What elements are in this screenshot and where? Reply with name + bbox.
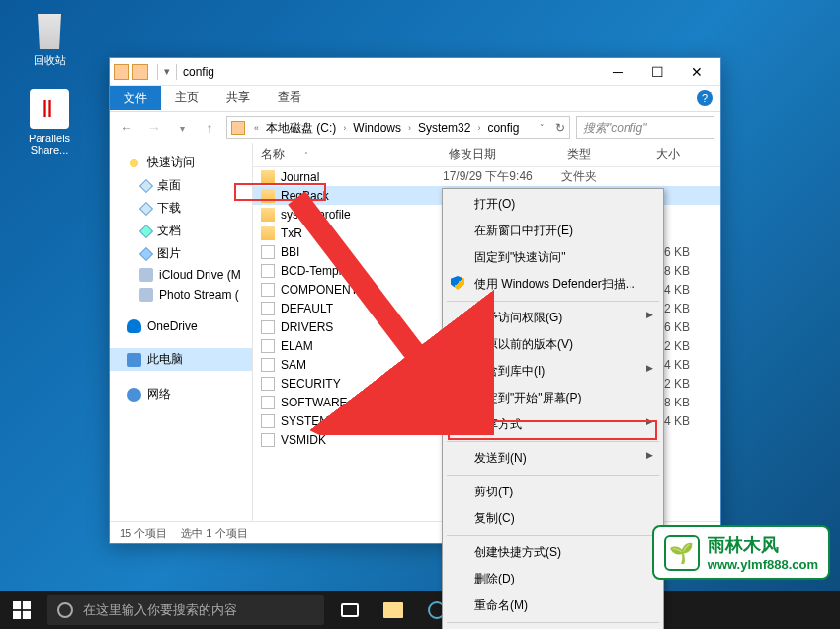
separator	[447, 535, 659, 536]
col-name[interactable]: 名称	[261, 147, 285, 161]
breadcrumb[interactable]: config	[485, 121, 521, 135]
separator	[447, 441, 659, 442]
address-bar[interactable]: « 本地磁盘 (C:) › Windows › System32 › confi…	[226, 116, 570, 139]
cm-library[interactable]: 包含到库中(I)	[445, 358, 661, 385]
cortana-icon	[57, 602, 73, 618]
sidebar-documents[interactable]: 文档	[110, 220, 252, 242]
sidebar-desktop[interactable]: 桌面	[110, 174, 252, 197]
file-row[interactable]: Journal 17/9/29 下午9:46 文件夹	[253, 167, 720, 186]
titlebar[interactable]: ▾ config ─ ☐ ✕	[110, 58, 720, 86]
separator	[447, 475, 659, 476]
sidebar-network[interactable]: 网络	[110, 383, 252, 405]
cm-shortcut[interactable]: 创建快捷方式(S)	[445, 539, 661, 566]
file-icon	[261, 377, 275, 391]
file-name: COMPONENTS	[281, 283, 443, 297]
breadcrumb[interactable]: 本地磁盘 (C:)	[264, 120, 338, 136]
cm-cut[interactable]: 剪切(T)	[445, 479, 661, 505]
file-name: Journal	[281, 170, 443, 184]
chevron-down-icon[interactable]: ˅	[537, 123, 547, 133]
search-input[interactable]: 搜索"config"	[576, 116, 714, 139]
tab-view[interactable]: 查看	[264, 85, 315, 110]
chevron-icon: ›	[340, 123, 349, 133]
maximize-button[interactable]: ☐	[637, 58, 677, 86]
navigation-pane: 快速访问 桌面 下载 文档 图片 iCloud Drive (M Photo S…	[110, 143, 253, 521]
task-view-button[interactable]	[328, 591, 372, 629]
cortana-search[interactable]: 在这里输入你要搜索的内容	[47, 595, 324, 625]
tab-file[interactable]: 文件	[110, 86, 161, 110]
breadcrumb[interactable]: System32	[416, 121, 472, 135]
sidebar-thispc[interactable]: 此电脑	[110, 348, 252, 371]
folder-icon	[261, 170, 275, 184]
cm-pin-quick[interactable]: 固定到"快速访问"	[445, 244, 661, 271]
item-count: 15 个项目	[120, 526, 167, 541]
picture-icon	[139, 246, 153, 260]
separator	[447, 301, 659, 302]
up-button[interactable]: ↑	[199, 117, 220, 138]
taskbar-explorer[interactable]	[372, 591, 415, 629]
svg-rect-4	[13, 611, 21, 619]
quick-access[interactable]: 快速访问	[110, 151, 252, 174]
file-name: DEFAULT	[281, 302, 443, 315]
sidebar-pictures[interactable]: 图片	[110, 242, 252, 265]
tab-share[interactable]: 共享	[212, 85, 264, 110]
file-name: VSMIDK	[281, 433, 443, 447]
cm-copy[interactable]: 复制(C)	[445, 505, 661, 532]
cm-grant-access[interactable]: 授予访问权限(G)	[445, 305, 661, 331]
col-size[interactable]: 大小	[619, 146, 688, 163]
start-button[interactable]	[0, 591, 43, 629]
parallels-shortcut[interactable]: Parallels Share...	[15, 89, 84, 156]
chevron-icon: «	[251, 123, 262, 133]
folder-icon	[261, 226, 275, 240]
file-type: 文件夹	[561, 168, 621, 185]
file-icon	[261, 264, 275, 278]
tab-home[interactable]: 主页	[161, 85, 212, 110]
sidebar-photostream[interactable]: Photo Stream (	[110, 285, 252, 305]
file-name: BCD-Template	[281, 264, 443, 278]
file-name: RegBack	[281, 189, 443, 203]
forward-button[interactable]: →	[143, 117, 165, 138]
separator	[176, 64, 177, 80]
watermark-title: 雨林木风	[708, 533, 818, 557]
col-date[interactable]: 修改日期	[441, 146, 559, 163]
file-icon	[261, 302, 275, 315]
trash-icon	[30, 10, 69, 49]
onedrive-icon	[127, 319, 141, 333]
cm-defender[interactable]: 使用 Windows Defender扫描...	[445, 271, 661, 298]
search-placeholder: 搜索"config"	[583, 120, 647, 136]
minimize-button[interactable]: ─	[598, 58, 637, 86]
star-icon	[127, 156, 141, 170]
back-button[interactable]: ←	[116, 117, 137, 138]
taskview-icon	[341, 603, 359, 617]
close-button[interactable]: ✕	[677, 58, 716, 86]
file-icon	[261, 283, 275, 297]
cm-restore[interactable]: 还原以前的版本(V)	[445, 331, 661, 358]
watermark: 🌱 雨林木风 www.ylmf888.com	[652, 525, 830, 580]
sidebar-icloud[interactable]: iCloud Drive (M	[110, 265, 252, 285]
shield-icon	[451, 276, 464, 290]
refresh-icon[interactable]: ↻	[555, 121, 565, 135]
dropdown-icon[interactable]: ▾	[164, 65, 170, 78]
svg-rect-3	[23, 601, 31, 609]
cm-new-window[interactable]: 在新窗口中打开(E)	[445, 218, 661, 244]
pc-icon	[127, 353, 141, 367]
cm-sendto[interactable]: 发送到(N)	[445, 445, 661, 472]
help-button[interactable]: ?	[697, 90, 713, 106]
cm-rename[interactable]: 重命名(M)	[445, 592, 661, 619]
file-name: SOFTWARE	[281, 396, 443, 409]
recycle-bin-icon[interactable]: 回收站	[15, 10, 84, 68]
cm-delete[interactable]: 删除(D)	[445, 566, 661, 592]
cm-open[interactable]: 打开(O)	[445, 191, 661, 218]
sidebar-onedrive[interactable]: OneDrive	[110, 316, 252, 336]
svg-rect-5	[23, 611, 31, 619]
cm-share[interactable]: 共享方式	[445, 411, 661, 438]
col-type[interactable]: 类型	[559, 146, 619, 163]
breadcrumb[interactable]: Windows	[351, 121, 403, 135]
context-menu: 打开(O) 在新窗口中打开(E) 固定到"快速访问" 使用 Windows De…	[442, 188, 664, 629]
sidebar-downloads[interactable]: 下载	[110, 197, 252, 220]
recent-button[interactable]: ▾	[171, 117, 193, 138]
folder-icon	[114, 64, 129, 80]
cm-pin-start[interactable]: 固定到"开始"屏幕(P)	[445, 385, 661, 411]
column-headers[interactable]: 名称˄ 修改日期 类型 大小	[253, 143, 720, 167]
sort-asc-icon: ˄	[304, 151, 308, 160]
window-title: config	[183, 65, 598, 79]
